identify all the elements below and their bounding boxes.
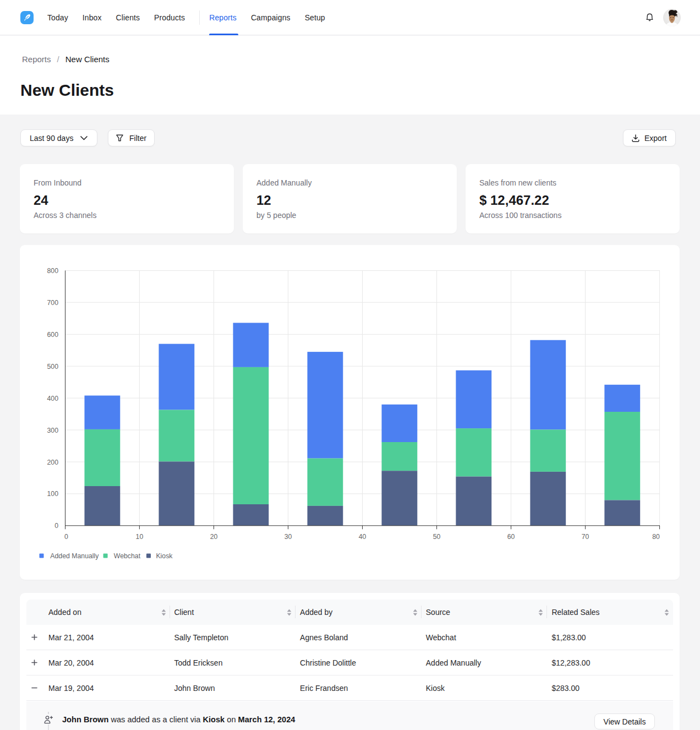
svg-text:500: 500 (47, 363, 58, 371)
svg-text:Added Manually: Added Manually (50, 552, 99, 560)
svg-text:0: 0 (54, 522, 58, 530)
svg-text:80: 80 (652, 533, 660, 541)
svg-text:200: 200 (47, 459, 58, 466)
svg-text:300: 300 (47, 427, 58, 434)
svg-text:800: 800 (47, 267, 58, 275)
svg-text:600: 600 (47, 331, 58, 339)
svg-text:Webchat: Webchat (114, 552, 141, 560)
svg-text:60: 60 (507, 533, 515, 541)
svg-text:700: 700 (47, 299, 58, 307)
svg-text:100: 100 (47, 490, 58, 498)
svg-text:50: 50 (433, 533, 441, 541)
svg-text:Kiosk: Kiosk (156, 552, 173, 560)
svg-text:30: 30 (285, 533, 292, 541)
svg-text:0: 0 (64, 533, 68, 541)
svg-text:40: 40 (359, 533, 367, 541)
svg-text:20: 20 (210, 533, 218, 541)
svg-text:10: 10 (136, 533, 144, 541)
svg-text:70: 70 (582, 533, 589, 541)
svg-text:400: 400 (47, 395, 58, 402)
